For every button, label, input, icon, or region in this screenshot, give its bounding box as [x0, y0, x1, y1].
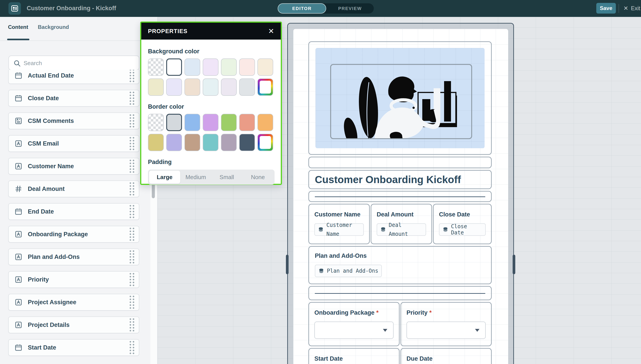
drag-handle-icon[interactable]: [129, 114, 135, 128]
swatch-pale-khaki[interactable]: [148, 78, 164, 96]
field-label: Priority: [406, 309, 428, 316]
drag-handle-icon[interactable]: [129, 227, 135, 242]
field-item-start-date[interactable]: Start Date: [8, 339, 139, 356]
swatch-dark-slate[interactable]: [239, 134, 255, 151]
field-block-start-date[interactable]: Start Date: [308, 348, 400, 364]
swatch-teal[interactable]: [203, 134, 219, 151]
swatch-custom-color[interactable]: [257, 78, 273, 96]
field-item-priority[interactable]: Priority: [8, 271, 139, 288]
swatch-lavender[interactable]: [166, 134, 182, 151]
field-item-customer-name[interactable]: Customer Name: [8, 158, 139, 175]
swatch-light-gray[interactable]: [239, 78, 255, 96]
field-item-project-assignee[interactable]: Project Assignee: [8, 294, 139, 311]
drag-handle-icon[interactable]: [129, 250, 135, 264]
field-row-3col: Customer Name Customer Name Deal Amount …: [308, 204, 492, 244]
drag-handle-icon[interactable]: [129, 136, 135, 151]
search-icon: [13, 60, 21, 67]
swatch-light-tan[interactable]: [257, 58, 273, 76]
field-item-label: Project Details: [28, 322, 70, 328]
database-icon: [318, 227, 324, 232]
swatch-gray-selected[interactable]: [166, 114, 182, 131]
swatch-salmon[interactable]: [239, 114, 255, 131]
swatch-light-pink[interactable]: [239, 58, 255, 76]
swatch-white-selected[interactable]: [166, 58, 182, 76]
drag-handle-icon[interactable]: [129, 340, 135, 355]
field-block-customer-name[interactable]: Customer Name Customer Name: [308, 204, 370, 244]
field-block-onboarding-package[interactable]: Onboarding Package*: [308, 302, 400, 346]
drag-handle-icon[interactable]: [129, 70, 135, 83]
field-item-onboarding-package[interactable]: Onboarding Package: [8, 226, 139, 243]
field-item-actual-end-date[interactable]: Actual End Date: [8, 70, 139, 84]
drag-handle-icon[interactable]: [129, 91, 135, 106]
field-item-csm-comments[interactable]: CSM Comments: [8, 112, 139, 129]
close-icon[interactable]: ✕: [268, 28, 274, 35]
tab-content[interactable]: Content: [8, 24, 28, 30]
exit-button[interactable]: ✕ Exit: [623, 5, 640, 12]
field-item-csm-email[interactable]: CSM Email: [8, 135, 139, 152]
padding-option-small[interactable]: Small: [211, 171, 243, 184]
swatch-pale-violet[interactable]: [166, 78, 182, 96]
swatch-transparent[interactable]: [148, 114, 164, 131]
document-title: Customer Onboarding - Kickoff: [27, 5, 116, 12]
swatch-light-blue[interactable]: [184, 58, 200, 76]
swatch-green[interactable]: [221, 114, 237, 131]
drag-handle-icon[interactable]: [129, 295, 135, 310]
data-token-deal-amount[interactable]: Deal Amount: [377, 223, 426, 236]
drag-handle-icon[interactable]: [129, 204, 135, 219]
swatch-mauve[interactable]: [221, 134, 237, 151]
drag-handle-icon[interactable]: [129, 272, 135, 287]
swatch-transparent[interactable]: [148, 58, 164, 76]
tab-editor[interactable]: EDITOR: [278, 3, 326, 14]
field-item-project-details[interactable]: Project Details: [8, 316, 139, 333]
swatch-light-lavender[interactable]: [203, 58, 219, 76]
tab-background[interactable]: Background: [38, 24, 69, 30]
swatch-light-green[interactable]: [221, 58, 237, 76]
swatch-purple[interactable]: [203, 114, 219, 131]
divider-block[interactable]: [308, 191, 492, 202]
swatch-pale-purple[interactable]: [221, 78, 237, 96]
divider-line: [315, 196, 485, 197]
active-tab-underline: [7, 39, 29, 40]
field-block-close-date[interactable]: Close Date Close Date: [433, 204, 492, 244]
padding-option-large[interactable]: Large: [149, 171, 180, 184]
background-color-row-2: [148, 78, 275, 96]
data-token-close-date[interactable]: Close Date: [439, 223, 486, 236]
field-item-end-date[interactable]: End Date: [8, 203, 139, 220]
empty-block[interactable]: [308, 157, 492, 168]
drag-handle-icon[interactable]: [129, 182, 135, 196]
swatch-brown[interactable]: [184, 134, 200, 151]
save-button[interactable]: Save: [596, 3, 616, 14]
field-label: Onboarding Package: [314, 309, 374, 316]
data-token-customer-name[interactable]: Customer Name: [314, 223, 364, 236]
field-block-plan-add-ons[interactable]: Plan and Add-Ons Plan and Add-Ons: [308, 246, 492, 284]
priority-select[interactable]: [406, 322, 486, 339]
data-token-plan-add-ons[interactable]: Plan and Add-Ons: [315, 265, 382, 277]
padding-option-medium[interactable]: Medium: [180, 171, 211, 184]
tab-preview[interactable]: PREVIEW: [326, 3, 374, 14]
database-icon: [380, 227, 386, 232]
swatch-orange[interactable]: [257, 114, 273, 131]
field-item-deal-amount[interactable]: Deal Amount: [8, 180, 139, 197]
swatch-khaki[interactable]: [148, 134, 164, 151]
drag-handle-icon[interactable]: [129, 159, 135, 174]
drag-handle-icon[interactable]: [129, 318, 135, 332]
field-item-plan-add-ons[interactable]: Plan and Add-Ons: [8, 248, 139, 265]
search-input[interactable]: [23, 56, 135, 70]
image-block[interactable]: [308, 41, 492, 155]
swatch-custom-color[interactable]: [257, 134, 273, 151]
page-resize-handle-right[interactable]: [513, 255, 515, 274]
swatch-pale-peach[interactable]: [184, 78, 200, 96]
field-item-close-date[interactable]: Close Date: [8, 90, 139, 107]
field-block-deal-amount[interactable]: Deal Amount Deal Amount: [371, 204, 432, 244]
divider-line: [315, 293, 485, 294]
padding-option-none[interactable]: None: [242, 171, 273, 184]
divider-block[interactable]: [308, 286, 492, 300]
swatch-blue[interactable]: [184, 114, 200, 131]
title-block[interactable]: Customer Onboarding Kickoff: [308, 170, 492, 189]
field-block-priority[interactable]: Priority*: [400, 302, 492, 346]
page-resize-handle-left[interactable]: [286, 255, 289, 274]
swatch-pale-cyan[interactable]: [203, 78, 219, 96]
app-logo[interactable]: [9, 2, 21, 15]
field-block-due-date[interactable]: Due Date: [400, 348, 492, 364]
onboarding-package-select[interactable]: [314, 322, 394, 339]
